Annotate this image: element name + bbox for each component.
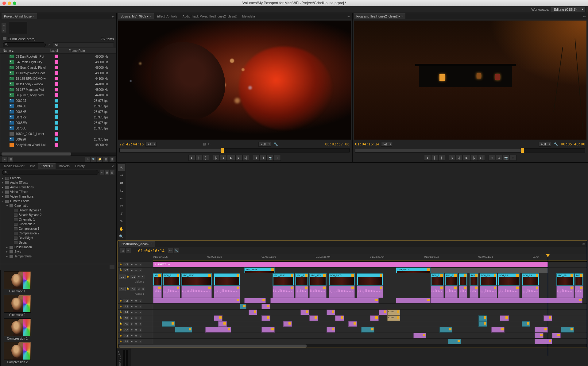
video-clip[interactable]: MVI_99: [480, 273, 497, 286]
track-lane[interactable]: [153, 321, 587, 327]
effects-item[interactable]: ▾Cinematic: [0, 203, 116, 208]
tab-markers[interactable]: Markers: [56, 164, 72, 169]
video-clip[interactable]: MV: [470, 273, 478, 286]
audio-clip[interactable]: [522, 321, 530, 327]
tab-audio-mixer[interactable]: Audio Track Mixer: HeatHouse2_clean2: [180, 14, 239, 19]
program-timecode-current[interactable]: 01:04:16:14: [355, 142, 379, 146]
mute-toggle[interactable]: M: [134, 268, 138, 272]
program-scrubber[interactable]: [355, 148, 585, 152]
icon-view-button[interactable]: ▦: [8, 157, 13, 162]
audio-clip[interactable]: [357, 286, 383, 298]
project-item-list[interactable]: 03 Dan Rockett - Put 48000 Hz 04-Traffic…: [0, 54, 116, 152]
source-zoom-dropdown[interactable]: Fit: [145, 142, 156, 147]
effects-item[interactable]: Compression 1: [0, 226, 116, 231]
timeline-ruler[interactable]: 01:02:41:0501:02:56:0501:03:11:0501:03:2…: [153, 254, 587, 262]
export-frame-button[interactable]: 📷: [267, 155, 274, 161]
track-select-tool[interactable]: ⇥: [118, 172, 125, 179]
effects-item[interactable]: ▸Presets: [0, 176, 116, 180]
audio-clip[interactable]: [480, 286, 497, 298]
tab-history[interactable]: History: [73, 164, 87, 169]
track-header[interactable]: 🔒 V2 👁 M S: [118, 268, 153, 273]
toggle-output[interactable]: 👁: [130, 334, 133, 337]
track-header[interactable]: 🔒 A5 👁 M S: [118, 315, 153, 321]
audio-clip[interactable]: Cons: [387, 315, 400, 321]
minimize-window-button[interactable]: [8, 2, 11, 5]
audio-clip[interactable]: [309, 286, 327, 298]
settings-icon[interactable]: 🔧: [274, 142, 278, 146]
toggle-output[interactable]: 👁: [130, 268, 133, 272]
audio-clip[interactable]: [470, 286, 478, 298]
overwrite-button[interactable]: ⬆: [260, 155, 267, 161]
program-timecode-duration[interactable]: 00:05:40:00: [561, 142, 585, 146]
panel-menu-icon[interactable]: [110, 164, 115, 168]
close-window-button[interactable]: [2, 2, 6, 5]
toggle-output[interactable]: 👁: [130, 328, 133, 332]
tab-project[interactable]: Project: GrindHouse×: [2, 13, 37, 19]
project-item[interactable]: 18 135 BPM DEMO.w 44100 Hz: [0, 76, 116, 81]
linked-selection-button[interactable]: ⚭: [126, 248, 131, 253]
audio-clip[interactable]: [535, 327, 547, 333]
track-lane[interactable]: [153, 333, 587, 338]
track-header[interactable]: 🔒 A7 👁 M S: [118, 327, 153, 333]
audio-clip[interactable]: [448, 339, 461, 344]
project-item[interactable]: 00658W 23.976 fps: [0, 120, 116, 125]
solo-toggle[interactable]: S: [138, 305, 142, 308]
project-item[interactable]: 0064UL 23.976 fps: [0, 103, 116, 109]
export-frame-button[interactable]: 📷: [503, 155, 509, 161]
audio-clip[interactable]: [175, 327, 192, 333]
video-clip[interactable]: [357, 273, 383, 286]
effects-item[interactable]: Cinematic 1: [0, 217, 116, 222]
solo-toggle[interactable]: S: [138, 268, 142, 272]
effects-item[interactable]: Bleach Bypass 1: [0, 208, 116, 213]
nav-fwd-button[interactable]: ▸: [2, 28, 6, 33]
audio-clip[interactable]: [300, 310, 309, 315]
solo-toggle[interactable]: S: [138, 310, 142, 314]
project-item[interactable]: 03 Dan Rockett - Put 48000 Hz: [0, 54, 116, 59]
rolling-tool[interactable]: ⇆: [118, 187, 125, 194]
effects-item[interactable]: Day4Night: [0, 236, 116, 240]
solo-toggle[interactable]: S: [138, 340, 142, 343]
track-lane[interactable]: [153, 298, 587, 303]
extract-button[interactable]: ⬇: [496, 155, 502, 161]
effects-item[interactable]: ▸Video Effects: [0, 190, 116, 194]
audio-clip[interactable]: [552, 333, 561, 338]
lock-icon[interactable]: 🔒: [119, 299, 123, 302]
mute-toggle[interactable]: M: [134, 310, 138, 314]
tab-sequence[interactable]: HeatHouse2_clean2×: [119, 241, 155, 247]
audio-clip[interactable]: [335, 315, 344, 321]
program-zoom-dropdown[interactable]: Fit: [381, 142, 392, 147]
razor-tool[interactable]: ✂: [118, 202, 125, 209]
step-back-button[interactable]: ◂|: [456, 155, 462, 161]
audio-clip[interactable]: [214, 286, 240, 298]
track-header[interactable]: 🔒 A6 👁 M S: [118, 321, 153, 327]
audio-clip[interactable]: Cons: [387, 310, 400, 315]
tab-effects[interactable]: Effects×: [38, 163, 55, 169]
audio-clip[interactable]: [478, 321, 487, 327]
effects-item[interactable]: ▸Audio Transitions: [0, 185, 116, 190]
out-icon[interactable]: ↦: [208, 142, 212, 146]
panel-menu-icon[interactable]: [581, 242, 586, 246]
toggle-output[interactable]: 👁: [130, 340, 133, 343]
video-clip[interactable]: MVI_9953: [329, 273, 355, 286]
toggle-output[interactable]: 👁: [130, 310, 133, 314]
project-item[interactable]: 04-Traffic Light City 48000 Hz: [0, 59, 116, 65]
audio-clip[interactable]: [439, 327, 452, 333]
look-preset[interactable]: Cinematic 2: [1, 295, 34, 317]
mark-out-button[interactable]: }: [438, 155, 445, 161]
track-lane[interactable]: Cons: [153, 315, 587, 321]
audio-clip[interactable]: [283, 321, 292, 327]
audio-clip[interactable]: [491, 327, 504, 333]
nav-back-button[interactable]: ◂: [2, 23, 6, 28]
timeline-timecode[interactable]: 01:04:16:14: [138, 248, 164, 253]
lock-icon[interactable]: 🔒: [119, 316, 123, 320]
track-header[interactable]: 🔒 A2 👁 M S: [118, 298, 153, 303]
lock-icon[interactable]: 🔒: [119, 310, 123, 314]
lock-icon[interactable]: 🔒: [119, 305, 123, 308]
audio-clip[interactable]: [478, 315, 487, 321]
audio-clip[interactable]: [574, 286, 583, 298]
source-timecode-out[interactable]: 00:02:37:06: [325, 142, 349, 146]
solo-toggle[interactable]: S: [138, 299, 142, 302]
lock-icon[interactable]: 🔒: [119, 334, 123, 337]
toggle-output[interactable]: 👁: [130, 316, 133, 320]
goto-in-button[interactable]: |◂: [449, 155, 455, 161]
